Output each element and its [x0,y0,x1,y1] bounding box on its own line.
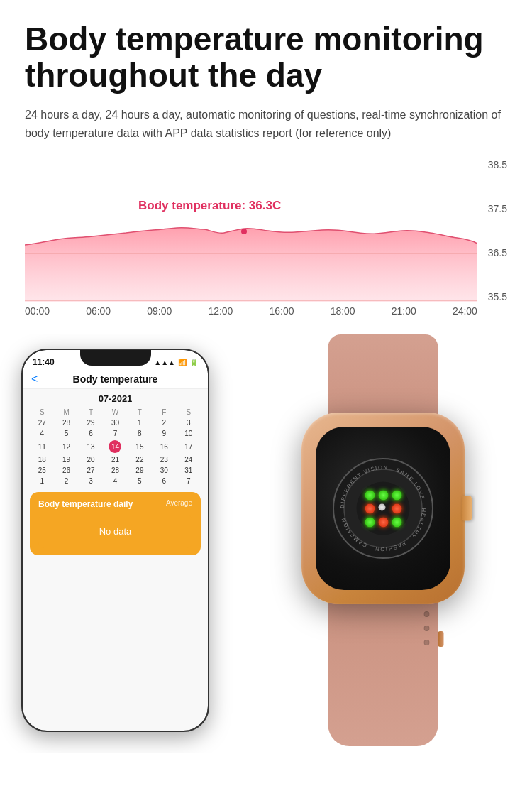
average-label: Average [166,499,192,507]
x-label-5: 16:00 [270,305,294,317]
chart-area: Body temperature: 36.3C [25,160,477,302]
no-data-label: No data [38,515,192,548]
cal-header-s2: S [177,407,201,417]
sensor-dot-ml [365,503,375,513]
y-label-3: 36.5 [480,248,507,258]
x-label-6: 18:00 [331,305,355,317]
page-container: Body temperature monitoring throughout t… [0,0,532,753]
wifi-icon: 📶 [178,359,187,366]
y-label-1: 38.5 [480,160,507,170]
x-label-1: 00:00 [25,305,50,317]
x-label-2: 06:00 [86,305,111,317]
phone-screen: 11:40 ▲▲▲ 📶 🔋 < Body temperature 07-2021 [23,350,208,731]
temp-label: Body temperature: 36.3C [138,199,281,213]
chart-lines [25,160,477,302]
cal-row-6: 1 2 3 4 5 6 7 [30,476,201,486]
cal-row-4: 18 19 20 21 22 23 24 [30,454,201,465]
calendar-month: 07-2021 [30,393,201,404]
phone-app-header: < Body temperature [23,370,208,389]
sensor-dots [359,484,407,532]
cal-header-f: F [152,407,176,417]
strap-hole-3 [424,611,430,617]
phone-time: 11:40 [33,357,55,367]
chart-y-labels: 38.5 37.5 36.5 35.5 [480,160,507,302]
sensor-dot-tm [378,490,388,500]
cal-header-m: M [54,407,78,417]
sensor-dot-bm [378,517,388,527]
watch-case: DIFFERENT VISION · SAME LOVE · HEALTHY ·… [301,413,465,604]
cal-header-w: W [103,407,127,417]
header-section: Body temperature monitoring throughout t… [0,0,532,153]
x-label-7: 21:00 [392,305,416,317]
back-arrow-icon[interactable]: < [31,373,38,386]
cal-header-t1: T [79,407,103,417]
temp-daily-card: Body temperature daily Average No data [30,492,201,555]
images-section: 11:40 ▲▲▲ 📶 🔋 < Body temperature 07-2021 [0,334,532,753]
calendar-grid: S M T W T F S 27 [30,407,201,486]
cal-row-2: 4 5 6 7 8 9 10 [30,428,201,439]
subtitle-text: 24 hours a day, 24 hours a day, automati… [25,106,507,142]
cal-header-t2: T [128,407,152,417]
phone-content: 07-2021 S M T W T F S [23,389,208,559]
strap-hole-5 [424,640,430,645]
status-icons: ▲▲▲ 📶 🔋 [154,359,198,366]
chart-section: Body temperature: 36.3C [0,153,532,327]
chart-wrapper: Body temperature: 36.3C [25,160,507,302]
strap-hole-4 [424,626,430,631]
cal-row-1: 27 28 29 30 1 2 3 [30,417,201,428]
sensor-assembly: DIFFERENT VISION · SAME LOVE · HEALTHY ·… [330,455,436,562]
x-label-3: 09:00 [147,305,172,317]
sensor-dot-tl [365,490,375,500]
watch-side-button [438,631,444,647]
app-header-title: Body temperature [73,373,158,385]
x-label-8: 24:00 [453,305,477,317]
phone-notch [80,350,151,366]
phone-mockup: 11:40 ▲▲▲ 📶 🔋 < Body temperature 07-2021 [21,349,209,732]
battery-icon: 🔋 [189,359,198,366]
sensor-dot-mm [378,503,385,510]
cal-row-3: 11 12 13 14 15 16 17 [30,439,201,454]
watch-screen: DIFFERENT VISION · SAME LOVE · HEALTHY ·… [316,427,450,590]
page-title: Body temperature monitoring throughout t… [25,21,507,93]
watch-mockup: DIFFERENT VISION · SAME LOVE · HEALTHY ·… [248,334,518,746]
sensor-dot-bl [365,517,375,527]
cal-row-5: 25 26 27 28 29 30 31 [30,465,201,476]
watch-crown [462,496,472,521]
sensor-dot-tr [392,490,401,500]
y-label-4: 35.5 [480,292,507,302]
sensor-center [357,482,410,535]
sensor-dot-br [392,517,401,527]
cal-header-s1: S [30,407,54,417]
x-label-4: 12:00 [208,305,233,317]
y-label-2: 37.5 [480,204,507,214]
cal-cell: 27 [30,417,54,428]
sensor-dot-mr [392,503,401,513]
chart-x-labels: 00:00 06:00 09:00 12:00 16:00 18:00 21:0… [25,302,507,324]
signal-icon: ▲▲▲ [154,359,175,366]
